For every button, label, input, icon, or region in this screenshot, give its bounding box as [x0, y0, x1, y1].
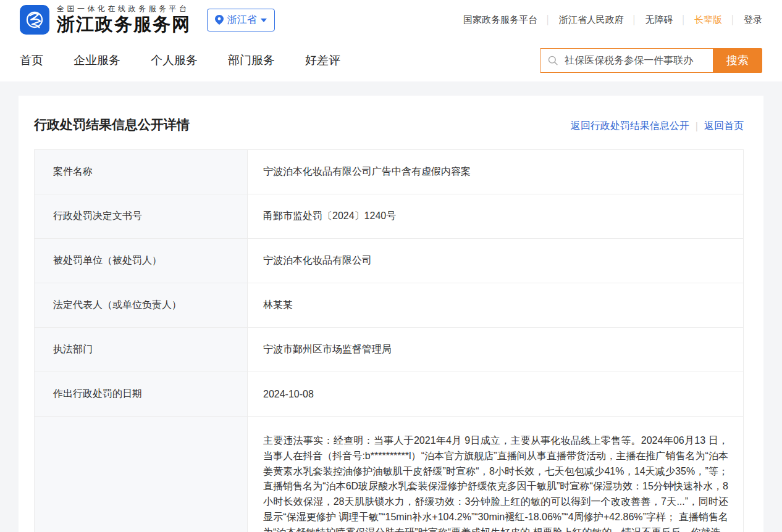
divider: │ — [681, 15, 687, 25]
row-document-number: 行政处罚决定文书号 甬鄞市监处罚〔2024〕1240号 — [35, 194, 743, 239]
row-main-facts: 主要违法事实：经查明：当事人于2021年4月 9日成立，主要从事化妆品线上零售等… — [35, 417, 743, 532]
site-search: 搜索 — [540, 48, 762, 73]
row-value: 甬鄞市监处罚〔2024〕1240号 — [248, 194, 743, 238]
nav-item-home[interactable]: 首页 — [20, 52, 43, 69]
nav-item-enterprise-services[interactable]: 企业服务 — [74, 52, 120, 69]
back-to-list-link[interactable]: 返回行政处罚结果信息公开 — [571, 120, 689, 133]
link-elder-version[interactable]: 长辈版 — [694, 14, 722, 26]
search-input-container — [540, 48, 713, 73]
nav-item-rating[interactable]: 好差评 — [305, 52, 340, 69]
row-label: 被处罚单位（被处罚人） — [35, 239, 248, 283]
row-value: 宁波市鄞州区市场监督管理局 — [248, 328, 743, 372]
site-logo-icon[interactable] — [20, 5, 49, 35]
region-selector-button[interactable]: 浙江省 — [207, 9, 275, 31]
location-pin-icon — [215, 15, 224, 25]
header-top-bar: 全国一体化在线政务服务平台 浙江政务服务网 浙江省 国家政务服务平台 │ 浙江省… — [0, 0, 782, 39]
search-button[interactable]: 搜索 — [713, 48, 762, 73]
row-label: 案件名称 — [35, 150, 248, 194]
row-label — [35, 417, 248, 532]
row-penalty-date: 作出行政处罚的日期 2024-10-08 — [35, 372, 743, 417]
nav-item-personal-services[interactable]: 个人服务 — [151, 52, 198, 69]
row-case-name: 案件名称 宁波泊本化妆品有限公司广告中含有虚假内容案 — [35, 150, 743, 194]
row-label: 执法部门 — [35, 328, 248, 372]
platform-tagline: 全国一体化在线政务服务平台 — [57, 5, 191, 13]
divider: | — [696, 121, 698, 132]
divider: │ — [632, 15, 637, 25]
back-to-home-link[interactable]: 返回首页 — [704, 120, 744, 133]
main-navigation: 首页 企业服务 个人服务 部门服务 好差评 搜索 — [0, 39, 782, 81]
nav-item-department-services[interactable]: 部门服务 — [228, 52, 275, 69]
penalty-detail-table: 案件名称 宁波泊本化妆品有限公司广告中含有虚假内容案 行政处罚决定文书号 甬鄞市… — [34, 149, 744, 532]
link-login[interactable]: 登录 — [744, 14, 762, 26]
search-icon — [548, 55, 558, 66]
content-card: 行政处罚结果信息公开详情 返回行政处罚结果信息公开 | 返回首页 案件名称 宁波… — [19, 96, 763, 532]
divider: │ — [545, 15, 551, 25]
site-title: 浙江政务服务网 — [57, 15, 191, 35]
page-header: 行政处罚结果信息公开详情 返回行政处罚结果信息公开 | 返回首页 — [34, 116, 744, 133]
row-value: 宁波泊本化妆品有限公司广告中含有虚假内容案 — [248, 150, 743, 194]
row-legal-representative: 法定代表人（或单位负责人） 林某某 — [35, 283, 743, 328]
region-selector-label: 浙江省 — [227, 14, 257, 27]
search-input[interactable] — [563, 54, 705, 67]
link-provincial-government[interactable]: 浙江省人民政府 — [559, 14, 624, 26]
link-accessibility[interactable]: 无障碍 — [645, 14, 673, 26]
row-label: 法定代表人（或单位负责人） — [35, 283, 248, 327]
back-links: 返回行政处罚结果信息公开 | 返回首页 — [571, 120, 744, 133]
site-brand: 全国一体化在线政务服务平台 浙江政务服务网 — [57, 5, 191, 35]
row-label: 作出行政处罚的日期 — [35, 372, 248, 416]
row-value: 林某某 — [248, 283, 743, 327]
row-punished-entity: 被处罚单位（被处罚人） 宁波泊本化妆品有限公司 — [35, 239, 743, 283]
site-header: 全国一体化在线政务服务平台 浙江政务服务网 浙江省 国家政务服务平台 │ 浙江省… — [0, 0, 782, 81]
chevron-down-icon — [261, 19, 267, 22]
row-value: 2024-10-08 — [248, 372, 743, 416]
utility-links: 国家政务服务平台 │ 浙江省人民政府 │ 无障碍 │ 长辈版 │ 登录 — [463, 14, 762, 26]
divider: │ — [730, 15, 736, 25]
logo-swirl-icon — [22, 7, 47, 32]
page-title: 行政处罚结果信息公开详情 — [34, 116, 190, 133]
link-national-platform[interactable]: 国家政务服务平台 — [463, 14, 537, 26]
row-value: 宁波泊本化妆品有限公司 — [248, 239, 743, 283]
row-label: 行政处罚决定文书号 — [35, 194, 248, 238]
row-value: 主要违法事实：经查明：当事人于2021年4月 9日成立，主要从事化妆品线上零售等… — [248, 417, 743, 532]
row-enforcement-department: 执法部门 宁波市鄞州区市场监督管理局 — [35, 328, 743, 372]
